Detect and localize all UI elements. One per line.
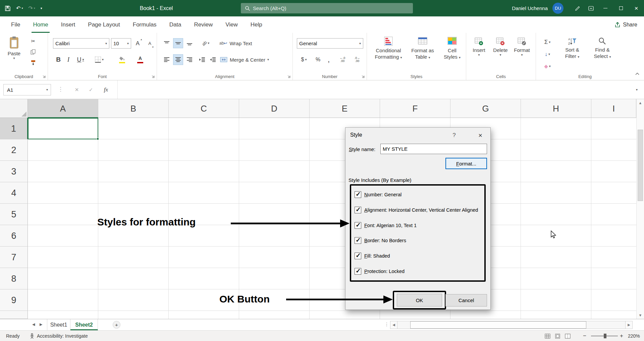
percent-style-button[interactable]: %: [313, 54, 323, 65]
tab-view[interactable]: View: [219, 16, 244, 33]
cell-styles-button[interactable]: Cell Styles ▾: [439, 36, 465, 60]
redo-button[interactable]: ↷▾: [28, 5, 35, 11]
column-header-i[interactable]: I: [591, 99, 636, 118]
collapse-ribbon-button[interactable]: [633, 70, 641, 78]
copy-button[interactable]: [28, 48, 38, 56]
row-header-2[interactable]: 2: [0, 139, 28, 161]
worksheet-grid[interactable]: [28, 118, 636, 319]
scroll-down-button[interactable]: ▼: [637, 312, 644, 319]
zoom-level[interactable]: 220%: [628, 331, 640, 341]
wrap-text-button[interactable]: ab↩Wrap Text: [219, 38, 252, 48]
decrease-decimal-button[interactable]: .0→.00: [351, 54, 364, 65]
border-checkbox[interactable]: ✓: [355, 237, 361, 244]
row-header-8[interactable]: 8: [0, 268, 28, 289]
align-left-button[interactable]: [162, 54, 172, 65]
orientation-button[interactable]: ab▾: [198, 38, 213, 48]
zoom-out-button[interactable]: −: [583, 331, 586, 341]
new-sheet-button[interactable]: +: [113, 321, 120, 329]
alignment-checkbox[interactable]: ✓: [355, 207, 361, 213]
zoom-slider-thumb[interactable]: [604, 334, 606, 338]
protection-checkbox[interactable]: ✓: [355, 268, 361, 275]
customize-quick-access-button[interactable]: ▾: [41, 7, 42, 10]
insert-function-button[interactable]: fx: [100, 84, 112, 95]
paste-button[interactable]: Paste ▾: [3, 36, 25, 60]
align-center-button[interactable]: [173, 54, 183, 65]
row-header-3[interactable]: 3: [0, 161, 28, 182]
column-header-b[interactable]: B: [98, 99, 169, 118]
sheet-nav-right-icon[interactable]: ▶: [40, 322, 42, 327]
accounting-format-button[interactable]: $▾: [298, 54, 310, 65]
row-header-5[interactable]: 5: [0, 204, 28, 225]
user-name[interactable]: Daniel Uchenna: [512, 5, 548, 11]
tab-splitter-dots[interactable]: ⋮: [384, 322, 389, 327]
increase-font-size-button[interactable]: A▴: [133, 38, 145, 49]
close-button[interactable]: ×: [629, 0, 644, 16]
decrease-font-size-button[interactable]: A▾: [145, 38, 157, 49]
cut-button[interactable]: ✂: [28, 37, 38, 46]
font-color-button[interactable]: A: [132, 54, 148, 65]
formula-enter-button[interactable]: ✓: [85, 84, 97, 95]
vertical-scrollbar[interactable]: ▲ ▼: [636, 99, 644, 319]
tab-review[interactable]: Review: [188, 16, 219, 33]
format-cells-button[interactable]: Format ▾: [512, 37, 532, 57]
expand-formula-bar-button[interactable]: ▾: [636, 86, 638, 92]
delete-cells-button[interactable]: Delete ▾: [490, 37, 511, 57]
page-layout-view-button[interactable]: [553, 331, 562, 341]
name-box[interactable]: A1▾: [3, 84, 51, 95]
sheet-tab-sheet2[interactable]: Sheet2: [70, 319, 98, 330]
decrease-indent-button[interactable]: [197, 54, 207, 65]
clear-button[interactable]: ◆▾: [539, 62, 556, 71]
formula-input[interactable]: [117, 80, 633, 99]
tab-insert[interactable]: Insert: [55, 16, 82, 33]
align-top-button[interactable]: [162, 38, 172, 48]
ink-pen-button[interactable]: [571, 0, 584, 16]
tab-formulas[interactable]: Formulas: [126, 16, 163, 33]
style-name-input[interactable]: [380, 144, 487, 154]
row-header-6[interactable]: 6: [0, 225, 28, 247]
search-input[interactable]: [253, 5, 394, 11]
column-header-d[interactable]: D: [239, 99, 310, 118]
save-button[interactable]: [5, 5, 11, 11]
italic-button[interactable]: I: [64, 54, 73, 65]
maximize-button[interactable]: [613, 0, 629, 16]
horizontal-scrollbar-thumb[interactable]: [410, 321, 586, 329]
scroll-up-button[interactable]: ▲: [637, 99, 644, 107]
minimize-button[interactable]: [598, 0, 613, 16]
font-size-combo[interactable]: 10▾: [111, 38, 131, 49]
fill-checkbox[interactable]: ✓: [355, 253, 361, 259]
align-right-button[interactable]: [184, 54, 195, 65]
row-header-1[interactable]: 1: [0, 118, 28, 139]
column-header-h[interactable]: H: [521, 99, 591, 118]
insert-cells-button[interactable]: Insert ▾: [469, 37, 489, 57]
increase-decimal-button[interactable]: ←.0.00: [336, 54, 349, 65]
dialog-help-button[interactable]: ?: [449, 130, 460, 140]
number-dialog-launcher[interactable]: [361, 74, 365, 78]
number-format-combo[interactable]: General▾: [297, 38, 363, 49]
row-header-9[interactable]: 9: [0, 289, 28, 311]
increase-indent-button[interactable]: [208, 54, 218, 65]
ribbon-display-options-button[interactable]: [584, 0, 598, 16]
format-painter-button[interactable]: [28, 58, 38, 67]
clipboard-dialog-launcher[interactable]: [42, 74, 46, 78]
borders-button[interactable]: ▾: [92, 54, 107, 65]
alignment-dialog-launcher[interactable]: [287, 74, 291, 78]
autosum-button[interactable]: Σ▾: [539, 38, 556, 47]
font-family-combo[interactable]: Calibri▾: [53, 38, 109, 49]
font-checkbox[interactable]: ✓: [355, 222, 361, 229]
align-middle-button[interactable]: [173, 38, 183, 48]
sheet-nav-left-icon[interactable]: ◀: [32, 322, 35, 327]
formula-cancel-button[interactable]: ✕: [71, 84, 83, 95]
page-break-preview-button[interactable]: [563, 331, 572, 341]
column-header-g[interactable]: G: [450, 99, 521, 118]
row-header-7[interactable]: 7: [0, 247, 28, 268]
tab-help[interactable]: Help: [244, 16, 269, 33]
formula-bar-separator-dots[interactable]: ⋮: [58, 86, 63, 93]
font-dialog-launcher[interactable]: [151, 74, 155, 78]
select-all-corner[interactable]: [0, 99, 28, 118]
cancel-button[interactable]: Cancel: [445, 294, 487, 306]
merge-center-button[interactable]: Merge & Center▾: [220, 54, 269, 65]
avatar[interactable]: DU: [552, 3, 564, 14]
tab-data[interactable]: Data: [163, 16, 188, 33]
horizontal-scrollbar-track[interactable]: [397, 321, 625, 329]
underline-button[interactable]: U▾: [73, 54, 88, 65]
